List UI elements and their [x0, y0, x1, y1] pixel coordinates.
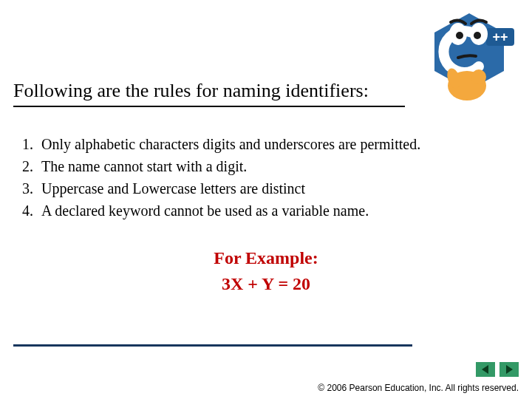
section-heading: Following are the rules for naming ident…: [13, 80, 369, 102]
list-item: Uppercase and Lowercase letters are dist…: [37, 177, 420, 200]
footer-divider: [13, 344, 412, 347]
slide-nav: [476, 362, 519, 377]
svg-point-8: [471, 69, 486, 84]
copyright-footer: © 2006 Pearson Education, Inc. All right…: [318, 383, 519, 393]
svg-point-4: [456, 32, 463, 39]
heading-underline: [13, 106, 405, 107]
cpp-badge-text: ++: [492, 30, 508, 44]
example-title: For Example:: [0, 245, 532, 271]
triangle-left-icon: [480, 364, 491, 375]
svg-marker-10: [506, 365, 513, 374]
prev-slide-button[interactable]: [476, 362, 495, 377]
list-item: Only alphabetic characters digits and un…: [37, 133, 420, 155]
rules-list: Only alphabetic characters digits and un…: [30, 133, 420, 222]
triangle-right-icon: [504, 364, 514, 375]
svg-point-5: [474, 32, 481, 39]
svg-marker-9: [482, 365, 488, 374]
list-item: A declared keyword cannot be used as a v…: [37, 200, 420, 222]
next-slide-button[interactable]: [499, 362, 519, 377]
example-block: For Example: 3X + Y = 20: [0, 245, 532, 297]
list-item: The name cannot start with a digit.: [37, 155, 420, 177]
example-equation: 3X + Y = 20: [0, 271, 532, 297]
cpp-thinking-logo: ++: [421, 7, 517, 103]
